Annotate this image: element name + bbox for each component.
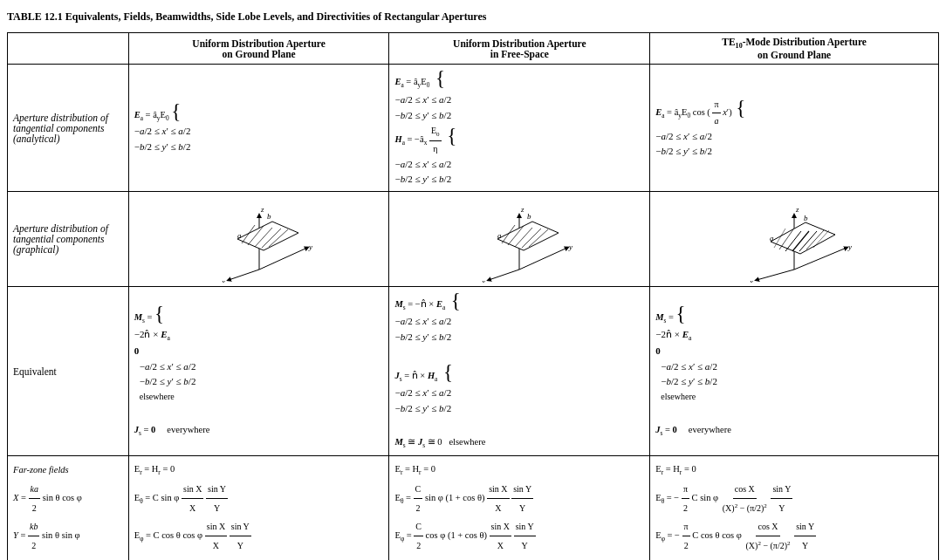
row3-col1: Ms = { −2n̂ × Ea 0 −a/2 ≤ x′ ≤ a/2 −b/2 … [128, 287, 389, 456]
col-header-1: Uniform Distribution Apertureon Ground P… [128, 33, 389, 65]
svg-text:a: a [497, 231, 502, 240]
row2-col2-diagram: y x z b a [389, 192, 650, 287]
row3-label: Equivalent [8, 287, 129, 456]
svg-line-2 [229, 270, 259, 280]
row-equivalent: Equivalent Ms = { −2n̂ × Ea 0 −a/2 ≤ x′ … [8, 287, 939, 456]
row2-col3-diagram: y x z b a [650, 192, 939, 287]
row3-col2: Ms = −n̂ × Ea { −a/2 ≤ x′ ≤ a/2 −b/2 ≤ y… [389, 287, 650, 456]
row1-col1: Ea = âyE0 { −a/2 ≤ x′ ≤ a/2 −b/2 ≤ y′ ≤ … [128, 65, 389, 192]
row1-col2: Ea = âyE0 { −a/2 ≤ x′ ≤ a/2 −b/2 ≤ y′ ≤ … [389, 65, 650, 192]
svg-text:a: a [770, 234, 774, 242]
svg-text:x: x [221, 277, 225, 283]
row1-col3: Ea = âyE0 cos ( πa x′) { −a/2 ≤ x′ ≤ a/2… [650, 65, 939, 192]
row2-label: Aperture distribution of tangential comp… [8, 192, 129, 287]
svg-text:z: z [520, 205, 524, 214]
svg-text:y: y [308, 242, 312, 251]
row4-col2: Er = Hr = 0 Eθ = C2 sin φ (1 + cos θ) si… [389, 456, 650, 560]
svg-text:b: b [267, 212, 271, 221]
main-table: Uniform Distribution Apertureon Ground P… [7, 32, 939, 560]
svg-text:x: x [481, 277, 485, 283]
svg-text:y: y [847, 242, 852, 251]
svg-text:z: z [260, 205, 264, 214]
svg-text:b: b [527, 212, 531, 221]
row-distribution-graphical: Aperture distribution of tangential comp… [8, 192, 939, 287]
row2-col1-diagram: y x z b a [128, 192, 389, 287]
svg-line-0 [259, 248, 307, 270]
row4-col3: Er = Hr = 0 Eθ = − π2 C sin φ cos X(X)2 … [650, 456, 939, 560]
col-header-2: Uniform Distribution Aperturein Free-Spa… [389, 33, 650, 65]
svg-text:a: a [237, 231, 242, 240]
svg-text:b: b [804, 214, 808, 222]
table-title: TABLE 12.1 Equivalents, Fields, Beamwidt… [7, 7, 939, 27]
svg-marker-20 [497, 222, 559, 250]
svg-marker-6 [237, 222, 298, 250]
row1-label: Aperture distribution of tangential comp… [8, 65, 129, 192]
col-header-0 [8, 33, 129, 65]
row-distribution-analytical: Aperture distribution of tangential comp… [8, 65, 939, 192]
svg-text:x: x [749, 277, 753, 283]
svg-text:z: z [795, 205, 799, 214]
row4-label: Far-zone fields X = ka2 sin θ cos φ Y = … [8, 456, 129, 560]
svg-line-30 [757, 270, 794, 280]
col-header-3: TE10-Mode Distribution Apertureon Ground… [650, 33, 939, 65]
svg-line-14 [519, 248, 567, 270]
svg-line-16 [489, 270, 519, 280]
row-far-zone: Far-zone fields X = ka2 sin θ cos φ Y = … [8, 456, 939, 560]
row3-col3: Ms = { −2n̂ × Ea 0 −a/2 ≤ x′ ≤ a/2 −b/2 … [650, 287, 939, 456]
row4-col1: Er = Hr = 0 Eθ = C sin φ sin XX sin YY E… [128, 456, 389, 560]
svg-text:y: y [568, 242, 572, 251]
